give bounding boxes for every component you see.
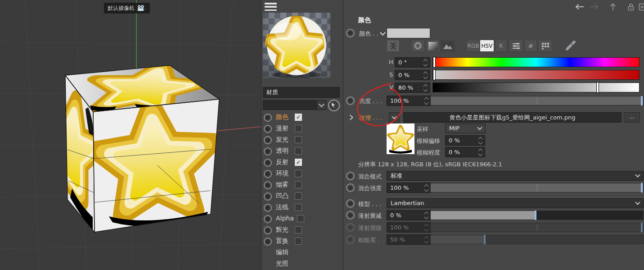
s-value-field[interactable]: 0 % (395, 70, 430, 80)
channel-row-editor[interactable]: 编辑 (261, 248, 343, 259)
brightness-spinner[interactable] (423, 96, 429, 105)
hex-input-button[interactable]: # (524, 40, 537, 52)
channel-row-color[interactable]: 颜色✓ (261, 113, 343, 124)
pick-material-button[interactable] (328, 100, 340, 111)
channel-checkbox[interactable]: ✓ (295, 159, 302, 166)
v-spinner[interactable] (423, 83, 428, 92)
channel-label[interactable]: 凹凸 (276, 192, 288, 200)
channel-label[interactable]: 置换 (276, 237, 288, 245)
editor-label[interactable]: 编辑 (276, 248, 288, 256)
color-wheel-icon[interactable] (411, 40, 425, 52)
channel-radio[interactable] (264, 238, 272, 246)
slider-handle[interactable] (535, 211, 536, 220)
color-swatch[interactable] (387, 28, 430, 38)
compact-ui-button[interactable] (387, 40, 400, 52)
channel-checkbox[interactable] (295, 204, 302, 211)
channel-row-reflectance[interactable]: 反射✓ (261, 158, 343, 169)
blur-offset-spinner[interactable] (477, 136, 483, 145)
mix-strength-field[interactable]: 100 % (387, 183, 431, 193)
value-cursor[interactable] (596, 82, 599, 93)
slider-handle[interactable] (641, 96, 643, 105)
new-panel-icon[interactable] (639, 3, 644, 11)
channel-label[interactable]: 环境 (276, 169, 288, 178)
sampling-dropdown[interactable]: MIP (445, 124, 486, 133)
material-preview[interactable] (263, 13, 330, 78)
brightness-slider[interactable] (430, 96, 644, 105)
slider-handle[interactable] (641, 183, 643, 192)
mode-hsv-button[interactable]: HSV (480, 40, 494, 52)
brightness-radio[interactable] (346, 96, 355, 105)
s-spinner[interactable] (423, 70, 428, 80)
channel-row-illumination[interactable]: 光照 (261, 259, 343, 270)
h-spinner[interactable] (423, 58, 428, 67)
channel-radio[interactable] (264, 226, 272, 234)
mix-strength-radio[interactable] (346, 183, 355, 192)
hue-bar[interactable] (432, 57, 639, 67)
texture-thumbnail[interactable] (387, 124, 414, 154)
up-arrow-icon[interactable] (610, 3, 616, 11)
mix-mode-dropdown[interactable]: 标准 (387, 171, 644, 181)
mix-strength-slider[interactable] (430, 183, 644, 192)
brightness-field[interactable]: 100 % (387, 96, 431, 106)
texture-dropdown-button[interactable] (389, 112, 400, 123)
channel-row-transparency[interactable]: 透明 (261, 146, 343, 158)
texture-file-field[interactable]: 黄色小星星图标下载g5_爱给网_aigei_com.png (403, 112, 621, 123)
value-bar[interactable] (432, 82, 639, 92)
dropdown-chevron-icon[interactable] (316, 101, 326, 110)
illumination-label[interactable]: 光照 (276, 260, 288, 268)
channel-checkbox[interactable] (295, 192, 302, 200)
mix-strength-spinner[interactable] (423, 183, 429, 192)
channel-label[interactable]: 反射 (276, 158, 288, 166)
channel-row-diffusion[interactable]: 漫射 (261, 124, 343, 135)
camera-label[interactable]: 默认摄像机 (104, 3, 150, 14)
diffuse-falloff-slider[interactable] (430, 211, 644, 220)
color-spectrum-icon[interactable] (426, 40, 440, 52)
viewport-3d[interactable]: 默认摄像机 (0, 0, 261, 270)
textured-cube[interactable] (29, 62, 219, 232)
channel-label[interactable]: 法线 (276, 203, 288, 211)
channel-label[interactable]: Alpha (276, 215, 294, 222)
channel-checkbox[interactable] (295, 125, 302, 132)
channel-label[interactable]: 颜色 (276, 113, 288, 121)
channel-checkbox[interactable] (295, 181, 302, 188)
channel-row-luminance[interactable]: 发光 (261, 135, 343, 146)
blur-scale-spinner[interactable] (477, 147, 483, 157)
channel-radio[interactable] (264, 114, 272, 122)
channel-label[interactable]: 辉光 (276, 226, 288, 234)
swatches-grid-icon[interactable] (538, 40, 552, 52)
mode-k-button[interactable]: K (495, 40, 507, 52)
channel-checkbox[interactable]: ✓ (295, 114, 302, 121)
channel-checkbox[interactable] (295, 136, 302, 143)
channel-checkbox[interactable] (297, 215, 304, 222)
diffuse-falloff-radio[interactable] (346, 211, 355, 220)
material-name-field[interactable]: 材质 (263, 87, 340, 98)
channel-row-alpha[interactable]: Alpha (261, 214, 343, 225)
v-value-field[interactable]: 80 % (395, 82, 430, 93)
material-layer-dropdown[interactable] (263, 100, 327, 110)
model-dropdown[interactable]: Lambertian (387, 198, 644, 208)
channel-radio[interactable] (264, 125, 272, 133)
channel-label[interactable]: 发光 (276, 136, 288, 144)
channel-radio[interactable] (264, 147, 272, 156)
blur-offset-field[interactable]: 0 % (445, 135, 485, 146)
channel-radio[interactable] (264, 170, 272, 178)
channel-row-bump[interactable]: 凹凸 (261, 192, 343, 203)
channel-checkbox[interactable] (295, 147, 302, 155)
mix-mode-radio[interactable] (346, 172, 355, 180)
h-value-field[interactable]: 0 ° (395, 57, 430, 68)
channel-row-fog[interactable]: 烟雾 (261, 180, 343, 192)
channel-radio[interactable] (264, 192, 272, 201)
forward-arrow-icon[interactable] (589, 4, 599, 10)
channel-checkbox[interactable] (295, 170, 302, 177)
channel-row-normal[interactable]: 法线 (261, 203, 343, 214)
channel-checkbox[interactable] (295, 226, 302, 233)
eyedropper-icon[interactable] (561, 40, 578, 51)
channel-row-displacement[interactable]: 置换 (261, 237, 343, 248)
texture-browse-button[interactable]: ... (624, 112, 640, 123)
menu-icon[interactable] (265, 3, 277, 11)
color-radio[interactable] (346, 29, 355, 37)
channel-radio[interactable] (264, 204, 272, 212)
blur-scale-field[interactable]: 0 % (445, 147, 485, 157)
image-picker-icon[interactable] (440, 40, 455, 52)
channel-checkbox[interactable] (295, 238, 302, 245)
